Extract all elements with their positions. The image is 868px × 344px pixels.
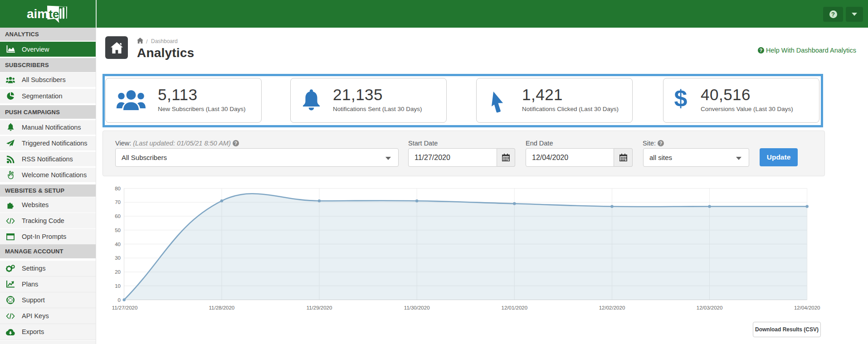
svg-text:12/04/2020: 12/04/2020 [794, 305, 820, 310]
svg-text:10: 10 [115, 283, 121, 289]
svg-text:0: 0 [118, 297, 121, 303]
svg-text:12/03/2020: 12/03/2020 [697, 305, 723, 310]
svg-text:11/30/2020: 11/30/2020 [404, 305, 430, 310]
svg-text:50: 50 [115, 228, 121, 233]
svg-text:30: 30 [115, 255, 121, 261]
svg-text:11/27/2020: 11/27/2020 [112, 305, 138, 310]
svg-text:12/01/2020: 12/01/2020 [502, 305, 528, 310]
svg-text:70: 70 [115, 199, 121, 205]
svg-text:12/02/2020: 12/02/2020 [599, 305, 625, 310]
svg-text:11/28/2020: 11/28/2020 [209, 305, 235, 310]
svg-text:aim: aim [27, 7, 49, 21]
svg-text:60: 60 [115, 213, 121, 219]
svg-text:20: 20 [115, 269, 121, 275]
svg-text:80: 80 [115, 186, 121, 191]
svg-text:11/29/2020: 11/29/2020 [307, 305, 332, 310]
svg-text:40: 40 [115, 242, 121, 247]
svg-text:te: te [49, 8, 59, 20]
